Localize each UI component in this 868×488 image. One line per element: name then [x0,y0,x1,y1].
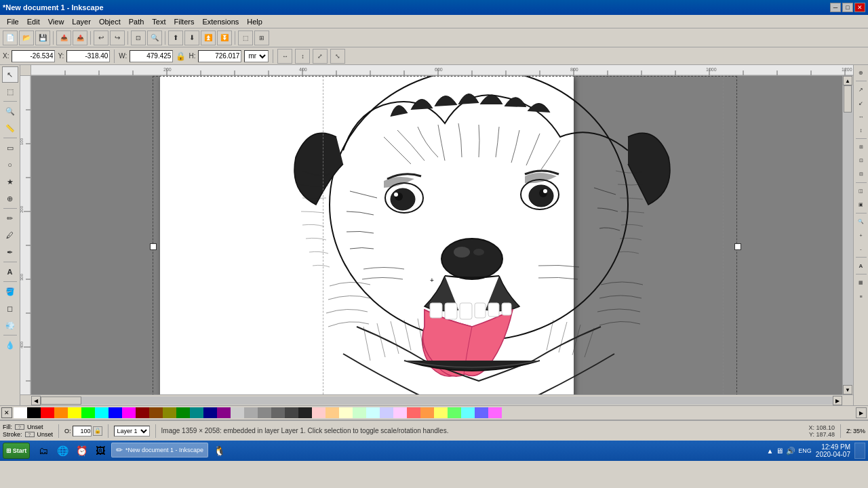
tool-measure[interactable]: 📏 [2,120,18,136]
y-input[interactable] [66,50,110,62]
tool-3dbox[interactable]: ⊕ [2,190,18,207]
color-swatch[interactable] [353,407,366,418]
maximize-button[interactable]: □ [842,3,853,12]
menu-file[interactable]: File [3,16,23,27]
color-swatch[interactable] [393,407,407,418]
scroll-thumb-h[interactable] [41,396,81,405]
tool-spray[interactable]: 💨 [2,317,18,333]
scrollbar-vertical[interactable]: ▲ ▼ [842,76,853,394]
color-swatch[interactable] [203,407,217,418]
transform-btn4[interactable]: ⤡ [330,49,345,64]
snap-button-4[interactable]: ↔ [855,110,867,123]
color-swatch[interactable] [54,407,68,418]
color-swatch[interactable] [190,407,203,418]
menu-path[interactable]: Path [125,16,149,27]
color-swatch[interactable] [271,407,285,418]
color-swatch[interactable] [258,407,271,418]
color-swatch[interactable] [407,407,420,418]
tool-selector[interactable]: ↖ [2,66,18,83]
taskbar-icon-photos[interactable]: 🖼 [92,443,108,459]
close-button[interactable]: ✕ [854,3,865,12]
handle-left-center[interactable] [150,243,157,250]
color-swatch[interactable] [81,407,95,418]
no-color-swatch[interactable]: ✕ [1,407,12,418]
color-swatch[interactable] [298,407,312,418]
tool-eraser[interactable]: ◻ [2,300,18,317]
scroll-right-button[interactable]: ▶ [833,396,842,405]
snap-button-9[interactable]: ◫ [855,185,867,197]
color-swatch[interactable] [339,407,353,418]
menu-filters[interactable]: Filters [170,16,199,27]
scrollbar-horizontal[interactable]: ◀ ▶ [20,394,853,405]
tool-ellipse[interactable]: ○ [2,157,18,173]
redo-button[interactable]: ↪ [110,30,125,45]
color-swatch[interactable] [461,407,475,418]
scroll-left-button[interactable]: ◀ [31,396,41,405]
systray-volume[interactable]: 🔊 [786,447,795,455]
tool-pen[interactable]: 🖊 [2,227,18,243]
tool-dropper[interactable]: 💧 [2,337,18,353]
tool-calligraphy[interactable]: ✒ [2,244,18,260]
color-swatch[interactable] [231,407,244,418]
opacity-input[interactable] [73,426,92,436]
color-swatch[interactable] [380,407,393,418]
zoom-in-r[interactable]: + [855,229,867,241]
grid-button[interactable]: ▦ [855,277,867,289]
color-swatch[interactable] [108,407,122,418]
tool-star[interactable]: ★ [2,174,18,190]
taskbar-icon-explorer[interactable]: 🗂 [35,443,52,459]
tool-pencil[interactable]: ✏ [2,210,18,226]
ungroup-button[interactable]: ⊞ [254,30,269,45]
color-swatch[interactable] [136,407,149,418]
systray-arrow[interactable]: ▲ [766,447,773,455]
new-button[interactable]: 📄 [3,30,18,45]
fill-swatch[interactable]: ? [15,424,24,430]
color-swatch[interactable] [420,407,434,418]
color-swatch[interactable] [366,407,380,418]
raise-button[interactable]: ⬆ [168,30,183,45]
raise-top-button[interactable]: ⏫ [201,30,216,45]
stroke-swatch[interactable]: ? [25,432,35,437]
snap-button-2[interactable]: ↗ [855,83,867,96]
snap-button-6[interactable]: ⊞ [855,141,867,153]
zoom-fit-page[interactable]: 🔍 [855,216,867,228]
menu-extensions[interactable]: Extensions [198,16,243,27]
menu-layer[interactable]: Layer [68,16,95,27]
color-swatch[interactable] [149,407,163,418]
color-swatch[interactable] [176,407,190,418]
color-swatch[interactable] [312,407,326,418]
minimize-button[interactable]: ─ [830,3,841,12]
systray-network[interactable]: 🖥 [776,447,783,455]
open-button[interactable]: 📂 [19,30,34,45]
scroll-up-button[interactable]: ▲ [843,76,852,85]
handle-right-center[interactable] [734,243,741,250]
color-swatch[interactable] [326,407,339,418]
start-button[interactable]: ⊞ Start [3,443,30,459]
color-swatch[interactable] [27,407,41,418]
lower-button[interactable]: ⬇ [184,30,199,45]
menu-text[interactable]: Text [148,16,170,27]
snap-button-7[interactable]: ⊡ [855,155,867,167]
import-button[interactable]: 📥 [56,30,71,45]
zoom-out-r[interactable]: - [855,243,867,255]
menu-view[interactable]: View [44,16,68,27]
menu-help[interactable]: Help [243,16,267,27]
snap-button-1[interactable]: ⊕ [855,66,867,79]
systray-lang[interactable]: ENG [798,447,812,454]
unit-select[interactable]: mm px in pt [244,50,269,62]
tool-fill[interactable]: 🪣 [2,283,18,300]
snap-grid[interactable]: ≡ [855,290,867,302]
tool-node[interactable]: ⬚ [2,83,18,100]
undo-button[interactable]: ↩ [94,30,108,45]
layer-select[interactable]: Layer 1 [114,426,150,436]
taskbar-icon-clock[interactable]: ⏰ [73,443,90,459]
taskbar-icon-inkscape2[interactable]: 🐧 [211,443,227,459]
tool-text[interactable]: A [2,264,18,280]
color-swatch[interactable] [14,407,27,418]
text-tool-r[interactable]: A [855,260,867,272]
tool-zoom[interactable]: 🔍 [2,103,18,119]
color-swatch[interactable] [244,407,258,418]
menu-object[interactable]: Object [95,16,125,27]
zoom-fit-button[interactable]: ⊡ [131,30,146,45]
color-swatch[interactable] [68,407,81,418]
